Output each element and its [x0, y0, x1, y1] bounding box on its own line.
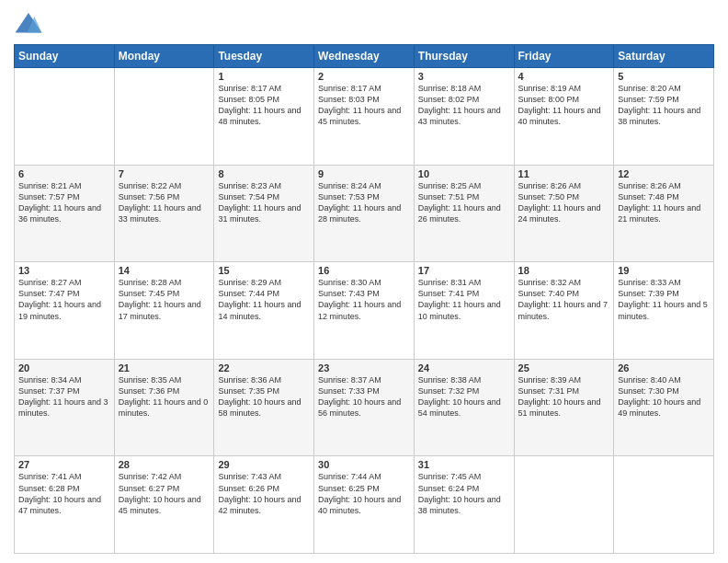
- calendar-cell: 15Sunrise: 8:29 AM Sunset: 7:44 PM Dayli…: [214, 262, 314, 360]
- calendar-row-4: 27Sunrise: 7:41 AM Sunset: 6:28 PM Dayli…: [15, 456, 714, 554]
- day-info: Sunrise: 8:17 AM Sunset: 8:03 PM Dayligh…: [318, 83, 410, 128]
- day-number: 22: [218, 362, 310, 373]
- day-info: Sunrise: 8:34 AM Sunset: 7:37 PM Dayligh…: [18, 374, 110, 419]
- day-number: 11: [518, 168, 610, 179]
- day-info: Sunrise: 7:41 AM Sunset: 6:28 PM Dayligh…: [18, 471, 110, 516]
- day-info: Sunrise: 8:26 AM Sunset: 7:48 PM Dayligh…: [618, 180, 710, 225]
- calendar-cell: 1Sunrise: 8:17 AM Sunset: 8:05 PM Daylig…: [214, 68, 314, 166]
- day-number: 3: [418, 71, 510, 82]
- day-info: Sunrise: 8:25 AM Sunset: 7:51 PM Dayligh…: [418, 180, 510, 225]
- calendar-cell: 11Sunrise: 8:26 AM Sunset: 7:50 PM Dayli…: [514, 165, 614, 262]
- day-info: Sunrise: 8:32 AM Sunset: 7:40 PM Dayligh…: [518, 277, 610, 322]
- calendar-cell: 30Sunrise: 7:44 AM Sunset: 6:25 PM Dayli…: [314, 456, 415, 554]
- day-info: Sunrise: 7:43 AM Sunset: 6:26 PM Dayligh…: [218, 471, 310, 516]
- day-info: Sunrise: 8:22 AM Sunset: 7:56 PM Dayligh…: [119, 180, 210, 225]
- col-header-friday: Friday: [514, 45, 614, 68]
- calendar-cell: 10Sunrise: 8:25 AM Sunset: 7:51 PM Dayli…: [414, 165, 514, 262]
- day-number: 16: [318, 265, 410, 276]
- calendar-row-0: 1Sunrise: 8:17 AM Sunset: 8:05 PM Daylig…: [15, 68, 714, 166]
- page: SundayMondayTuesdayWednesdayThursdayFrid…: [0, 0, 728, 563]
- day-number: 2: [318, 71, 410, 82]
- day-number: 6: [18, 168, 110, 179]
- calendar-cell: 3Sunrise: 8:18 AM Sunset: 8:02 PM Daylig…: [414, 68, 514, 166]
- calendar-cell: 24Sunrise: 8:38 AM Sunset: 7:32 PM Dayli…: [414, 359, 514, 456]
- day-number: 21: [119, 362, 210, 373]
- col-header-thursday: Thursday: [414, 45, 514, 68]
- calendar-cell: 18Sunrise: 8:32 AM Sunset: 7:40 PM Dayli…: [514, 262, 614, 360]
- day-info: Sunrise: 8:37 AM Sunset: 7:33 PM Dayligh…: [318, 374, 410, 419]
- day-info: Sunrise: 8:24 AM Sunset: 7:53 PM Dayligh…: [318, 180, 410, 225]
- calendar-cell: [514, 456, 614, 554]
- calendar-table: SundayMondayTuesdayWednesdayThursdayFrid…: [14, 44, 714, 554]
- day-info: Sunrise: 8:38 AM Sunset: 7:32 PM Dayligh…: [418, 374, 510, 419]
- header-row: SundayMondayTuesdayWednesdayThursdayFrid…: [15, 45, 714, 68]
- calendar-cell: 12Sunrise: 8:26 AM Sunset: 7:48 PM Dayli…: [614, 165, 714, 262]
- calendar-cell: 2Sunrise: 8:17 AM Sunset: 8:03 PM Daylig…: [314, 68, 415, 166]
- calendar-cell: 26Sunrise: 8:40 AM Sunset: 7:30 PM Dayli…: [614, 359, 714, 456]
- day-number: 10: [418, 168, 510, 179]
- day-number: 30: [318, 459, 410, 470]
- day-info: Sunrise: 7:42 AM Sunset: 6:27 PM Dayligh…: [119, 471, 210, 516]
- calendar-cell: 6Sunrise: 8:21 AM Sunset: 7:57 PM Daylig…: [15, 165, 115, 262]
- calendar-cell: 21Sunrise: 8:35 AM Sunset: 7:36 PM Dayli…: [114, 359, 214, 456]
- day-number: 9: [318, 168, 410, 179]
- day-number: 1: [218, 71, 310, 82]
- calendar-cell: 5Sunrise: 8:20 AM Sunset: 7:59 PM Daylig…: [614, 68, 714, 166]
- calendar-cell: [114, 68, 214, 166]
- day-info: Sunrise: 8:36 AM Sunset: 7:35 PM Dayligh…: [218, 374, 310, 419]
- day-number: 13: [18, 265, 110, 276]
- day-number: 25: [518, 362, 610, 373]
- day-info: Sunrise: 8:30 AM Sunset: 7:43 PM Dayligh…: [318, 277, 410, 322]
- calendar-row-1: 6Sunrise: 8:21 AM Sunset: 7:57 PM Daylig…: [15, 165, 714, 262]
- day-number: 28: [119, 459, 210, 470]
- day-info: Sunrise: 8:17 AM Sunset: 8:05 PM Dayligh…: [218, 83, 310, 128]
- calendar-cell: 4Sunrise: 8:19 AM Sunset: 8:00 PM Daylig…: [514, 68, 614, 166]
- day-number: 23: [318, 362, 410, 373]
- day-number: 4: [518, 71, 610, 82]
- calendar-cell: 22Sunrise: 8:36 AM Sunset: 7:35 PM Dayli…: [214, 359, 314, 456]
- calendar-cell: 8Sunrise: 8:23 AM Sunset: 7:54 PM Daylig…: [214, 165, 314, 262]
- day-number: 15: [218, 265, 310, 276]
- day-number: 17: [418, 265, 510, 276]
- calendar-cell: 9Sunrise: 8:24 AM Sunset: 7:53 PM Daylig…: [314, 165, 415, 262]
- day-info: Sunrise: 8:35 AM Sunset: 7:36 PM Dayligh…: [119, 374, 210, 419]
- day-number: 19: [618, 265, 710, 276]
- calendar-cell: 29Sunrise: 7:43 AM Sunset: 6:26 PM Dayli…: [214, 456, 314, 554]
- calendar-cell: 20Sunrise: 8:34 AM Sunset: 7:37 PM Dayli…: [15, 359, 115, 456]
- day-number: 8: [218, 168, 310, 179]
- col-header-monday: Monday: [114, 45, 214, 68]
- day-number: 14: [119, 265, 210, 276]
- calendar-row-3: 20Sunrise: 8:34 AM Sunset: 7:37 PM Dayli…: [15, 359, 714, 456]
- calendar-cell: 14Sunrise: 8:28 AM Sunset: 7:45 PM Dayli…: [114, 262, 214, 360]
- day-info: Sunrise: 8:26 AM Sunset: 7:50 PM Dayligh…: [518, 180, 610, 225]
- day-info: Sunrise: 8:21 AM Sunset: 7:57 PM Dayligh…: [18, 180, 110, 225]
- day-number: 24: [418, 362, 510, 373]
- logo-icon: [14, 9, 43, 39]
- day-number: 20: [18, 362, 110, 373]
- day-info: Sunrise: 7:45 AM Sunset: 6:24 PM Dayligh…: [418, 471, 510, 516]
- day-number: 12: [618, 168, 710, 179]
- day-info: Sunrise: 8:33 AM Sunset: 7:39 PM Dayligh…: [618, 277, 710, 322]
- day-info: Sunrise: 8:39 AM Sunset: 7:31 PM Dayligh…: [518, 374, 610, 419]
- logo: [14, 9, 47, 39]
- calendar-cell: 31Sunrise: 7:45 AM Sunset: 6:24 PM Dayli…: [414, 456, 514, 554]
- calendar-cell: 28Sunrise: 7:42 AM Sunset: 6:27 PM Dayli…: [114, 456, 214, 554]
- day-number: 5: [618, 71, 710, 82]
- day-number: 27: [18, 459, 110, 470]
- day-info: Sunrise: 8:28 AM Sunset: 7:45 PM Dayligh…: [119, 277, 210, 322]
- day-number: 31: [418, 459, 510, 470]
- day-number: 18: [518, 265, 610, 276]
- day-info: Sunrise: 8:40 AM Sunset: 7:30 PM Dayligh…: [618, 374, 710, 419]
- day-info: Sunrise: 8:19 AM Sunset: 8:00 PM Dayligh…: [518, 83, 610, 128]
- day-info: Sunrise: 8:20 AM Sunset: 7:59 PM Dayligh…: [618, 83, 710, 128]
- calendar-cell: 16Sunrise: 8:30 AM Sunset: 7:43 PM Dayli…: [314, 262, 415, 360]
- day-number: 7: [119, 168, 210, 179]
- calendar-cell: 27Sunrise: 7:41 AM Sunset: 6:28 PM Dayli…: [15, 456, 115, 554]
- col-header-saturday: Saturday: [614, 45, 714, 68]
- calendar-cell: 19Sunrise: 8:33 AM Sunset: 7:39 PM Dayli…: [614, 262, 714, 360]
- calendar-row-2: 13Sunrise: 8:27 AM Sunset: 7:47 PM Dayli…: [15, 262, 714, 360]
- calendar-cell: 23Sunrise: 8:37 AM Sunset: 7:33 PM Dayli…: [314, 359, 415, 456]
- calendar-cell: [614, 456, 714, 554]
- col-header-wednesday: Wednesday: [314, 45, 415, 68]
- day-info: Sunrise: 8:29 AM Sunset: 7:44 PM Dayligh…: [218, 277, 310, 322]
